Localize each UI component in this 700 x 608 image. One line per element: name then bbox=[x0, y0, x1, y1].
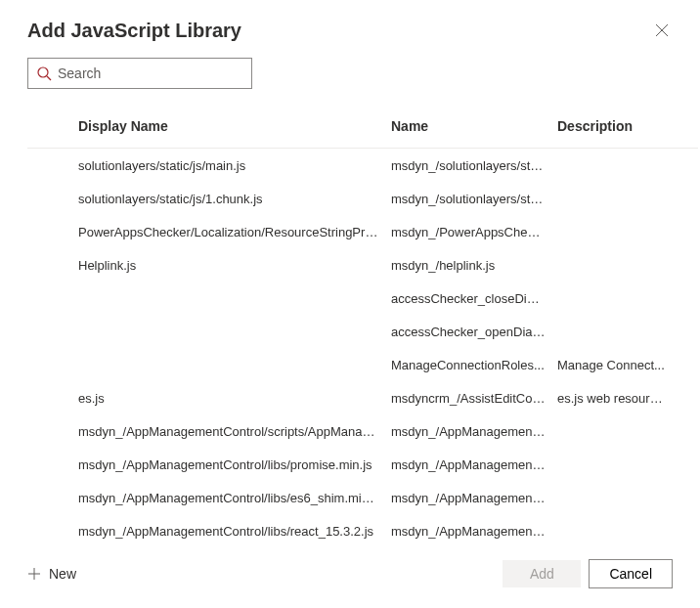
col-header-display-name[interactable]: Display Name bbox=[78, 118, 391, 134]
cell-display-name: solutionlayers/static/js/1.chunk.js bbox=[78, 192, 391, 206]
add-button: Add bbox=[503, 560, 581, 587]
table-row[interactable]: msdyn_/AppManagementControl/libs/es6_shi… bbox=[27, 481, 698, 514]
cell-name: accessChecker_closeDialo... bbox=[391, 291, 557, 306]
table-row[interactable]: ManageConnectionRoles...Manage Connect..… bbox=[27, 348, 698, 381]
table-row[interactable]: accessChecker_openDialo... bbox=[27, 315, 698, 348]
cell-name: msdyn_/AppManagement... bbox=[391, 524, 557, 539]
cell-display-name: es.js bbox=[78, 391, 391, 406]
cell-name: msdyn_/solutionlayers/sta... bbox=[391, 158, 557, 173]
search-icon bbox=[36, 65, 52, 81]
dialog-footer: New Add Cancel bbox=[0, 541, 700, 608]
cell-display-name: solutionlayers/static/js/main.js bbox=[78, 158, 391, 173]
table-row[interactable]: msdyn_/AppManagementControl/libs/react_1… bbox=[27, 514, 698, 541]
table-body: solutionlayers/static/js/main.jsmsdyn_/s… bbox=[27, 149, 698, 541]
search-input[interactable] bbox=[58, 65, 243, 81]
cell-name: msdyn_/solutionlayers/sta... bbox=[391, 192, 557, 206]
table-row[interactable]: accessChecker_closeDialo... bbox=[27, 282, 698, 315]
col-header-name[interactable]: Name bbox=[391, 118, 557, 134]
cell-display-name: PowerAppsChecker/Localization/ResourceSt… bbox=[78, 225, 391, 239]
table-row[interactable]: solutionlayers/static/js/main.jsmsdyn_/s… bbox=[27, 149, 698, 182]
cell-name: msdyn_/helplink.js bbox=[391, 258, 557, 273]
new-button[interactable]: New bbox=[27, 566, 76, 582]
table-row[interactable]: solutionlayers/static/js/1.chunk.jsmsdyn… bbox=[27, 182, 698, 215]
col-header-description[interactable]: Description bbox=[557, 118, 665, 134]
close-button[interactable] bbox=[651, 20, 673, 44]
svg-point-2 bbox=[38, 67, 48, 77]
cell-display-name: msdyn_/AppManagementControl/libs/promise… bbox=[78, 457, 391, 472]
dialog-title: Add JavaScript Library bbox=[27, 20, 241, 42]
add-js-library-dialog: Add JavaScript Library Display Name Name… bbox=[0, 0, 700, 608]
cell-name: msdyn_/AppManagement... bbox=[391, 457, 557, 472]
cell-name: msdyncrm_/AssistEditCon... bbox=[391, 391, 557, 406]
cell-description: es.js web resource. bbox=[557, 391, 665, 406]
close-icon bbox=[655, 23, 669, 37]
table-row[interactable]: PowerAppsChecker/Localization/ResourceSt… bbox=[27, 215, 698, 248]
table-row[interactable]: es.jsmsdyncrm_/AssistEditCon...es.js web… bbox=[27, 381, 698, 414]
cell-name: msdyn_/AppManagement... bbox=[391, 424, 557, 439]
search-box[interactable] bbox=[27, 58, 252, 89]
cell-name: msdyn_/PowerAppsCheck... bbox=[391, 225, 557, 239]
table-header-row: Display Name Name Description bbox=[27, 105, 698, 149]
table-row[interactable]: msdyn_/AppManagementControl/scripts/AppM… bbox=[27, 414, 698, 448]
table-row[interactable]: Helplink.jsmsdyn_/helplink.js bbox=[27, 248, 698, 282]
cell-display-name: msdyn_/AppManagementControl/libs/react_1… bbox=[78, 524, 391, 539]
dialog-header: Add JavaScript Library bbox=[0, 0, 700, 44]
search-wrap bbox=[0, 44, 700, 105]
cell-display-name: msdyn_/AppManagementControl/libs/es6_shi… bbox=[78, 491, 391, 505]
table-row[interactable]: msdyn_/AppManagementControl/libs/promise… bbox=[27, 448, 698, 481]
cell-display-name: msdyn_/AppManagementControl/scripts/AppM… bbox=[78, 424, 391, 439]
cancel-button[interactable]: Cancel bbox=[589, 559, 673, 588]
new-button-label: New bbox=[49, 566, 76, 582]
library-table[interactable]: Display Name Name Description solutionla… bbox=[0, 105, 698, 541]
cell-display-name: Helplink.js bbox=[78, 258, 391, 273]
cell-description: Manage Connect... bbox=[557, 358, 665, 372]
cell-name: accessChecker_openDialo... bbox=[391, 325, 557, 339]
cell-name: msdyn_/AppManagement... bbox=[391, 491, 557, 505]
plus-icon bbox=[27, 567, 41, 581]
svg-line-3 bbox=[47, 76, 51, 80]
cell-name: ManageConnectionRoles... bbox=[391, 358, 557, 372]
